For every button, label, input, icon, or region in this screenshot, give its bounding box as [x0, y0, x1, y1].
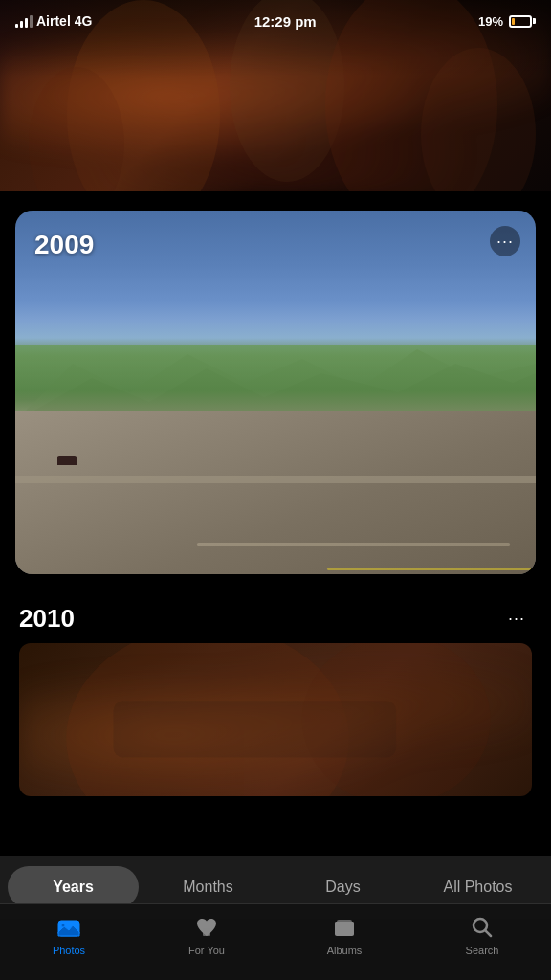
nav-item-albums[interactable]: Albums [306, 914, 383, 956]
nav-label-for-you: For You [188, 945, 225, 956]
carrier-signal: Airtel 4G [15, 13, 92, 29]
svg-rect-15 [203, 928, 210, 936]
year-section-2010: 2010 ··· [0, 593, 551, 806]
year-label-2010: 2010 [19, 604, 75, 634]
battery-icon [509, 15, 536, 28]
more-button-2009[interactable]: ··· [490, 226, 520, 256]
albums-icon [331, 914, 358, 941]
year-card-2009: 2009 ··· [15, 211, 536, 574]
more-button-2010[interactable]: ··· [501, 603, 532, 634]
search-icon [469, 914, 496, 941]
battery-area: 19% [478, 14, 536, 29]
status-bar: Airtel 4G 12:29 pm 19% [0, 0, 551, 42]
photos-scroll-area: 2009 ··· 2010 ··· [0, 0, 551, 856]
more-dots-icon: ··· [496, 233, 514, 250]
for-you-icon [193, 914, 220, 941]
tab-days[interactable]: Days [277, 866, 408, 908]
signal-icon [15, 14, 33, 28]
nav-item-photos[interactable]: Photos [31, 914, 107, 956]
nav-label-search: Search [466, 945, 499, 956]
clock: 12:29 pm [254, 13, 317, 30]
nav-item-for-you[interactable]: For You [168, 914, 245, 956]
svg-rect-9 [114, 701, 397, 757]
year-photo-2009 [15, 211, 536, 574]
nav-label-albums: Albums [327, 945, 363, 956]
carrier-label: Airtel 4G [36, 13, 92, 29]
battery-percent: 19% [478, 14, 503, 29]
year-photo-2010 [19, 643, 532, 796]
svg-line-20 [485, 930, 491, 936]
tab-years[interactable]: Years [8, 866, 139, 908]
bottom-nav: Photos For You Albums [0, 903, 551, 980]
svg-point-14 [61, 924, 65, 927]
year-section-header-2010: 2010 ··· [19, 603, 532, 634]
nav-item-search[interactable]: Search [444, 914, 520, 956]
photos-icon [55, 914, 82, 941]
nav-label-photos: Photos [53, 945, 85, 956]
year-label-2009: 2009 [34, 230, 94, 260]
svg-rect-18 [335, 922, 354, 935]
tab-all-photos[interactable]: All Photos [412, 866, 543, 908]
more-dots-icon-2010: ··· [508, 610, 525, 627]
tab-months[interactable]: Months [143, 866, 274, 908]
